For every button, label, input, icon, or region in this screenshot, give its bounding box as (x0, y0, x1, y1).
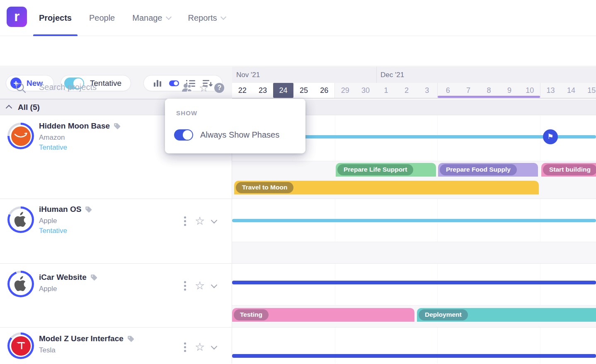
project-status: Tentative (39, 227, 92, 235)
app-logo-letter: r (14, 9, 19, 23)
app-logo[interactable]: r (7, 7, 27, 27)
project-menu-icon[interactable] (182, 279, 188, 292)
phase-bar[interactable]: Prepare Life Support (336, 163, 436, 177)
star-project-icon[interactable]: ☆ (195, 280, 205, 291)
tab-people[interactable]: People (89, 0, 115, 36)
month-row: Nov '21 Dec '21 (232, 67, 596, 83)
date-cell[interactable]: 1 (376, 83, 396, 98)
date-cell[interactable]: 23 (252, 83, 273, 98)
favorites-star-icon[interactable]: ☆ (199, 83, 208, 93)
tab-projects[interactable]: Projects (39, 0, 72, 36)
app-window: r Projects People Manage Reports ☆ ? ‹ «… (0, 0, 596, 364)
project-menu-icon[interactable] (182, 341, 188, 354)
project-avatar (7, 206, 34, 233)
project-name: Model Z User Interface (39, 334, 124, 343)
phase-bar[interactable]: Prepare Food Supply (438, 163, 538, 177)
project-avatar (7, 332, 34, 359)
project-client: Apple (39, 217, 92, 225)
project-name: iHuman OS (39, 205, 81, 214)
project-avatar (7, 123, 34, 149)
group-header-label: All (5) (18, 103, 40, 112)
row-actions: ☆ (182, 341, 216, 354)
star-project-icon[interactable]: ☆ (195, 216, 205, 227)
phase-label: Deployment (419, 309, 468, 320)
phase-label: Travel to Moon (236, 182, 293, 193)
tab-projects-label: Projects (39, 0, 72, 36)
project-name: iCar Website (39, 273, 87, 282)
date-cell[interactable]: 29 (335, 83, 355, 98)
search-filter-icons: ☆ ? (181, 78, 224, 98)
phase-bar[interactable]: Deployment (417, 308, 596, 322)
date-cell[interactable]: 2 (396, 83, 417, 98)
tag-icon[interactable] (114, 123, 121, 130)
phase-bar[interactable]: Travel to Moon (234, 181, 539, 194)
week-group: 2930123 (335, 83, 438, 98)
phase-band (232, 242, 596, 264)
project-timeline[interactable] (232, 328, 596, 364)
milestone-flag-icon[interactable]: ⚑ (543, 129, 558, 144)
tag-icon[interactable] (127, 335, 134, 342)
tab-manage[interactable]: Manage (132, 0, 170, 36)
phase-label: Testing (234, 309, 269, 320)
date-cell[interactable]: 26 (314, 83, 334, 98)
apple-logo (11, 210, 31, 230)
phase-bar[interactable]: Start building (541, 163, 596, 177)
project-client: Tesla (39, 346, 134, 354)
project-info[interactable]: iCar Website Apple ☆ (0, 264, 232, 328)
top-navigation: r Projects People Manage Reports (0, 0, 596, 36)
project-timeline[interactable] (232, 199, 596, 264)
tesla-logo (11, 336, 31, 356)
project-duration-bar[interactable] (232, 219, 596, 222)
date-cell[interactable]: 22 (232, 83, 252, 98)
month-label-dec: Dec '21 (380, 71, 404, 79)
tag-icon[interactable] (85, 206, 92, 213)
phase-band: TestingDeployment (232, 305, 596, 328)
phase-band: Prepare Life SupportPrepare Food SupplyS… (232, 161, 596, 199)
month-separator (376, 67, 377, 83)
project-info[interactable]: iHuman OS Apple Tentative ☆ (0, 199, 232, 264)
main-tabs: Projects People Manage Reports (39, 0, 225, 36)
phase-bar[interactable]: Testing (232, 308, 414, 322)
month-label-nov: Nov '21 (236, 71, 260, 79)
date-cell[interactable]: 25 (293, 83, 314, 98)
selected-date-cell[interactable]: 24 (273, 83, 293, 98)
project-duration-bar[interactable] (232, 281, 596, 284)
date-cell[interactable]: 30 (355, 83, 376, 98)
week-gridline (437, 328, 438, 364)
amazon-logo (11, 126, 31, 146)
date-cell[interactable]: 14 (561, 83, 581, 98)
expand-project-icon[interactable] (211, 282, 218, 289)
star-project-icon[interactable]: ☆ (195, 342, 205, 353)
project-timeline[interactable]: TestingDeployment (232, 264, 596, 328)
dates-row: 22232425262930123678910131415 (232, 83, 596, 99)
chevron-down-icon (165, 14, 171, 20)
help-icon[interactable]: ? (214, 83, 224, 93)
phase-label: Prepare Food Supply (440, 164, 517, 175)
week-highlight-underline (438, 96, 540, 98)
search-input[interactable] (39, 77, 176, 97)
project-info[interactable]: Model Z User Interface Tesla ☆ (0, 328, 232, 364)
tag-icon[interactable] (90, 274, 97, 281)
people-filter-icon[interactable] (181, 83, 193, 93)
project-client: Apple (39, 285, 97, 293)
search-icon (15, 82, 27, 94)
chevron-down-icon (220, 14, 226, 20)
collapse-chevron-icon[interactable] (6, 105, 12, 112)
apple-logo (11, 274, 31, 294)
project-menu-icon[interactable] (182, 215, 188, 228)
date-cell[interactable]: 13 (540, 83, 561, 98)
date-cell[interactable]: 15 (581, 83, 596, 98)
expand-project-icon[interactable] (211, 343, 218, 350)
project-row-ihuman-os: iHuman OS Apple Tentative ☆ (0, 199, 596, 264)
row-actions: ☆ (182, 215, 216, 228)
expand-project-icon[interactable] (211, 217, 218, 224)
week-group: 2223242526 (232, 83, 335, 98)
week-group: 131415 (540, 83, 596, 98)
date-cell[interactable]: 3 (417, 83, 437, 98)
project-duration-bar[interactable] (232, 354, 596, 358)
tab-people-label: People (89, 0, 115, 36)
toggle-knob (183, 130, 192, 140)
always-show-phases-toggle[interactable] (174, 129, 193, 141)
tab-reports[interactable]: Reports (188, 0, 225, 36)
project-avatar (7, 271, 34, 297)
